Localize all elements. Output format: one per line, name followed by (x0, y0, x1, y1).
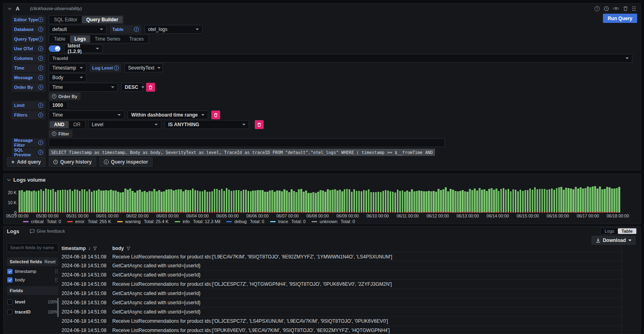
info-icon[interactable]: i (38, 66, 43, 70)
info-icon[interactable]: i (38, 56, 43, 61)
remove-filter1-button[interactable] (211, 111, 220, 119)
tab-table[interactable]: Table (50, 35, 70, 43)
legend-item-critical[interactable]: criticalTotal: 0 (23, 219, 61, 224)
info-icon[interactable]: i (38, 150, 43, 155)
query-history-button[interactable]: Query history (49, 157, 96, 167)
body-column-header[interactable]: body (112, 246, 622, 251)
legend-item-error[interactable]: errorTotal: 255 K (67, 219, 111, 224)
time-column-select[interactable]: Timestamp (49, 64, 87, 72)
limit-input[interactable]: 1000 (49, 101, 68, 110)
order-direction-select[interactable]: DESC (121, 83, 143, 92)
available-field-level[interactable]: level100% (7, 299, 58, 305)
info-icon[interactable]: i (38, 113, 43, 117)
sidebar-scrollbar[interactable] (57, 298, 59, 317)
add-filter-button[interactable]: + Filter (49, 130, 72, 137)
checkbox-unchecked[interactable] (7, 309, 12, 315)
eye-icon[interactable] (613, 6, 619, 10)
cell-body: Receive ListRecommendations for product … (112, 318, 622, 324)
table-row[interactable]: 2024-06-18 14:51:08GetCartAsync called w… (62, 298, 622, 307)
filter-icon[interactable] (93, 246, 97, 250)
message-column-select[interactable]: Body (49, 73, 87, 82)
timestamp-column-header[interactable]: timestamp ↓ (62, 246, 112, 251)
volume-bar (286, 191, 288, 213)
view-table-option[interactable]: Table (618, 228, 636, 234)
query-history-icon[interactable] (604, 6, 609, 11)
help-icon[interactable]: ? (594, 6, 600, 11)
legend-item-debug[interactable]: debugTotal: 0 (226, 219, 264, 224)
table-scrollbar-track[interactable] (621, 245, 622, 334)
view-logs-option[interactable]: Logs (601, 228, 618, 234)
table-row[interactable]: 2024-06-18 14:51:08Receive ListRecommend… (62, 317, 622, 326)
log-level-column-select[interactable]: SeverityText (124, 64, 163, 72)
table-row[interactable]: 2024-06-18 14:51:08GetCartAsync called w… (62, 289, 622, 298)
legend-item-warning[interactable]: warningTotal: 25.4 K (117, 219, 169, 224)
checkbox-checked[interactable] (7, 277, 12, 283)
info-icon[interactable]: i (38, 85, 43, 90)
table-select[interactable]: otel_logs (144, 25, 202, 34)
tab-traces[interactable]: Traces (125, 35, 148, 43)
reset-button[interactable]: Reset (45, 259, 56, 264)
drag-handle-icon[interactable] (632, 6, 636, 11)
drag-handle-icon[interactable] (55, 269, 58, 274)
legend-item-unknown[interactable]: unknownTotal: 0 (312, 219, 355, 224)
info-icon[interactable]: i (134, 27, 139, 32)
message-filter-input[interactable] (49, 138, 445, 147)
search-fields-input[interactable] (7, 243, 58, 252)
trash-icon[interactable] (623, 6, 628, 11)
tab-query-builder[interactable]: Query Builder (82, 16, 122, 23)
and-option[interactable]: AND (50, 121, 69, 128)
table-row[interactable]: 2024-06-18 14:51:08Receive ListRecommend… (62, 280, 622, 289)
use-otel-toggle[interactable] (49, 45, 61, 52)
info-icon[interactable]: i (38, 140, 43, 145)
info-icon[interactable]: i (38, 46, 43, 51)
volume-bar (361, 191, 363, 213)
table-row[interactable]: 2024-06-18 14:51:08GetCartAsync called w… (62, 270, 622, 280)
sort-desc-icon[interactable]: ↓ (88, 246, 91, 251)
columns-multiselect[interactable]: TraceId (49, 54, 632, 63)
collapse-query-icon[interactable] (8, 6, 11, 9)
selected-field-timestamp[interactable]: timestamp (7, 268, 58, 275)
tab-logs[interactable]: Logs (70, 35, 91, 43)
or-option[interactable]: OR (69, 121, 85, 128)
logs-volume-bar-chart[interactable] (19, 184, 623, 213)
available-field-traceID[interactable]: traceID100% (7, 309, 58, 315)
info-icon[interactable]: i (38, 103, 43, 108)
download-button[interactable]: Download (592, 236, 636, 245)
otel-version-select[interactable]: latest (1.2.9) (64, 44, 103, 53)
order-by-column-select[interactable]: Time (49, 83, 118, 92)
info-icon[interactable]: i (114, 66, 119, 70)
database-select[interactable]: default (49, 25, 107, 34)
give-feedback-link[interactable]: Give feedback (30, 229, 65, 234)
logs-volume-title[interactable]: Logs volume (8, 177, 45, 183)
add-query-button[interactable]: + Add query (7, 157, 45, 167)
query-inspector-button[interactable]: i Query inspector (99, 157, 153, 167)
legend-item-trace[interactable]: traceTotal: 0 (270, 219, 305, 224)
info-icon[interactable]: i (38, 37, 43, 41)
checkbox-checked[interactable] (7, 269, 12, 274)
selected-field-body[interactable]: body (7, 277, 58, 283)
filter1-operator-select[interactable]: Within dashboard time range (128, 111, 208, 119)
table-row[interactable]: 2024-06-18 14:51:08Receive ListRecommend… (62, 326, 622, 334)
table-row[interactable]: 2024-06-18 14:51:08GetCartAsync called w… (62, 261, 622, 270)
filter2-operator-select[interactable]: IS ANYTHING (165, 120, 249, 129)
tab-time-series[interactable]: Time Series (90, 35, 125, 43)
volume-bar (228, 190, 230, 213)
volume-bar (57, 190, 59, 213)
remove-order-by-button[interactable] (146, 83, 155, 92)
log-level-label: Log Leveli (90, 64, 121, 72)
checkbox-unchecked[interactable] (7, 299, 12, 305)
table-row[interactable]: 2024-06-18 14:51:08GetCartAsync called w… (62, 307, 622, 317)
info-icon[interactable]: i (38, 75, 43, 80)
legend-item-info[interactable]: infoTotal: 12.3 Mil (175, 219, 221, 224)
info-icon[interactable]: i (38, 17, 43, 22)
filter2-column-select[interactable]: Level (88, 120, 161, 129)
filter1-column-select[interactable]: Time (49, 111, 124, 119)
info-icon[interactable]: i (38, 27, 43, 32)
add-order-by-button[interactable]: + Order By (49, 92, 80, 100)
table-row[interactable]: 2024-06-18 14:51:08Receive ListRecommend… (62, 252, 622, 261)
volume-bar (81, 189, 83, 213)
filter-icon[interactable] (126, 246, 130, 250)
remove-filter2-button[interactable] (255, 120, 264, 129)
tab-sql-editor[interactable]: SQL Editor (50, 16, 82, 23)
drag-handle-icon[interactable] (55, 277, 58, 282)
